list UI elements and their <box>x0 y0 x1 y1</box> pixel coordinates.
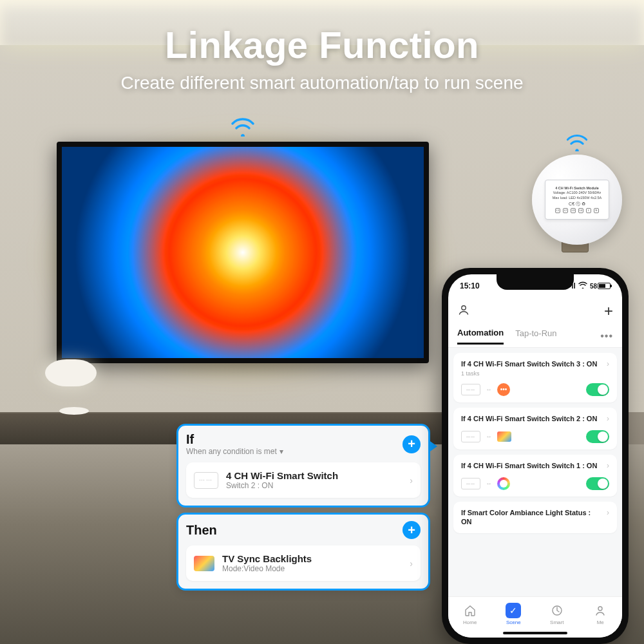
wifi-icon <box>229 115 257 137</box>
arrow-icon: ↔ <box>486 480 492 487</box>
module-terminals: L1 L2 L3 L4 L N <box>555 208 599 213</box>
nav-scene[interactable]: ✓ Scene <box>506 603 521 625</box>
arrow-icon: ↔ <box>486 386 492 393</box>
switch-module: 4 CH Wi-Fi Switch Module Voltage: AC100-… <box>545 180 609 220</box>
tv <box>57 142 429 363</box>
arrow-icon: ↔ <box>486 433 492 440</box>
automation-title: If 4 CH Wi-Fi Smart Switch Switch 1 : ON <box>461 461 601 471</box>
wifi-status-icon <box>578 281 587 290</box>
tv-backlight-icon <box>194 556 214 571</box>
chevron-right-icon: › <box>410 475 413 486</box>
tab-row: Automation Tap-to-Run ••• <box>448 325 622 348</box>
automation-card[interactable]: If 4 CH Wi-Fi Smart Switch Switch 1 : ON… <box>453 455 617 497</box>
nav-smart[interactable]: Smart <box>549 603 565 625</box>
smart-icon <box>549 603 565 618</box>
if-condition-item[interactable]: ⋯⋯ 4 CH Wi-Fi Smart Switch Switch 2 : ON… <box>186 462 421 498</box>
chevron-right-icon: › <box>607 508 609 517</box>
module-maxload: Max load: LED 4x150W 4x2.5A <box>553 196 601 200</box>
action-detail: Mode:Video Mode <box>222 564 402 573</box>
add-button[interactable]: + <box>604 302 613 320</box>
switch-module-icon: ⋯⋯ <box>194 472 218 489</box>
phone-screen: 15:10 ••ıl 58 + Automation Tap-to-Run ••… <box>448 274 622 638</box>
if-subtitle: When any condition is met <box>186 447 277 456</box>
chat-bubble-icon: ••• <box>497 383 510 396</box>
chevron-right-icon: › <box>607 359 609 368</box>
tv-screen <box>62 147 424 358</box>
scene-icon: ✓ <box>506 603 521 618</box>
automation-toggle[interactable] <box>586 430 609 443</box>
module-voltage: Voltage: AC100-240V 50/60Hz <box>553 191 601 195</box>
home-indicator <box>503 632 567 634</box>
tv-backlight-icon <box>497 431 511 442</box>
automation-list[interactable]: If 4 CH Wi-Fi Smart Switch Switch 3 : ON… <box>448 348 622 596</box>
headline-subtitle: Create different smart automation/tap to… <box>0 73 644 93</box>
if-label: If <box>186 432 283 447</box>
svg-point-2 <box>598 607 602 611</box>
me-icon <box>592 603 608 618</box>
switch-module-icon: ⋯⋯ <box>461 478 480 489</box>
profile-icon[interactable] <box>457 303 470 319</box>
action-name: TV Sync Backlights <box>222 553 402 564</box>
if-card: If When any condition is met ▾ + ⋯⋯ 4 CH… <box>176 424 430 507</box>
automation-title: If 4 CH Wi-Fi Smart Switch Switch 2 : ON <box>461 414 601 424</box>
tab-tap-to-run[interactable]: Tap-to-Run <box>515 328 556 343</box>
svg-point-0 <box>462 305 466 309</box>
condition-name: 4 CH Wi-Fi Smart Switch <box>226 470 402 481</box>
chevron-right-icon: › <box>607 461 609 470</box>
phone-frame: 15:10 ••ıl 58 + Automation Tap-to-Run ••… <box>442 268 629 644</box>
battery-icon: 58 <box>590 283 611 290</box>
automation-toggle[interactable] <box>586 477 609 490</box>
nav-home[interactable]: Home <box>462 603 478 625</box>
automation-tasks: 1 tasks <box>461 370 609 377</box>
automation-toggle[interactable] <box>586 383 609 396</box>
automation-title: If 4 CH Wi-Fi Smart Switch Switch 3 : ON <box>461 359 601 369</box>
nav-me[interactable]: Me <box>592 603 608 625</box>
app-header: + <box>448 298 622 325</box>
then-action-item[interactable]: TV Sync Backlights Mode:Video Mode › <box>186 545 421 581</box>
color-ring-icon <box>497 477 510 490</box>
status-time: 15:10 <box>460 281 480 290</box>
add-action-button[interactable]: + <box>402 521 421 539</box>
headline-title: Linkage Function <box>0 23 644 66</box>
automation-card[interactable]: If 4 CH Wi-Fi Smart Switch Switch 3 : ON… <box>453 353 617 402</box>
automation-callout: If When any condition is met ▾ + ⋯⋯ 4 CH… <box>176 424 430 591</box>
home-icon <box>462 603 478 618</box>
automation-card[interactable]: If Smart Color Ambiance Light Status : O… <box>453 502 617 534</box>
add-condition-button[interactable]: + <box>402 435 421 453</box>
then-label: Then <box>186 523 217 538</box>
chevron-down-icon: ▾ <box>279 447 283 456</box>
more-icon[interactable]: ••• <box>600 330 613 342</box>
phone-notch <box>497 274 574 290</box>
tab-automation[interactable]: Automation <box>457 328 504 345</box>
switch-module-bubble: 4 CH Wi-Fi Switch Module Voltage: AC100-… <box>532 155 622 245</box>
module-name: 4 CH Wi-Fi Switch Module <box>555 186 598 191</box>
wifi-icon <box>564 131 590 151</box>
condition-detail: Switch 2 : ON <box>226 481 402 490</box>
automation-card[interactable]: If 4 CH Wi-Fi Smart Switch Switch 2 : ON… <box>453 408 617 450</box>
automation-title: If Smart Color Ambiance Light Status : O… <box>461 508 607 527</box>
then-card: Then + TV Sync Backlights Mode:Video Mod… <box>176 513 430 591</box>
switch-module-icon: ⋯⋯ <box>461 431 480 442</box>
headline: Linkage Function Create different smart … <box>0 23 644 93</box>
chevron-right-icon: › <box>410 558 413 569</box>
switch-module-icon: ⋯⋯ <box>461 384 480 395</box>
chevron-right-icon: › <box>607 414 609 423</box>
table-lamp <box>45 359 103 417</box>
